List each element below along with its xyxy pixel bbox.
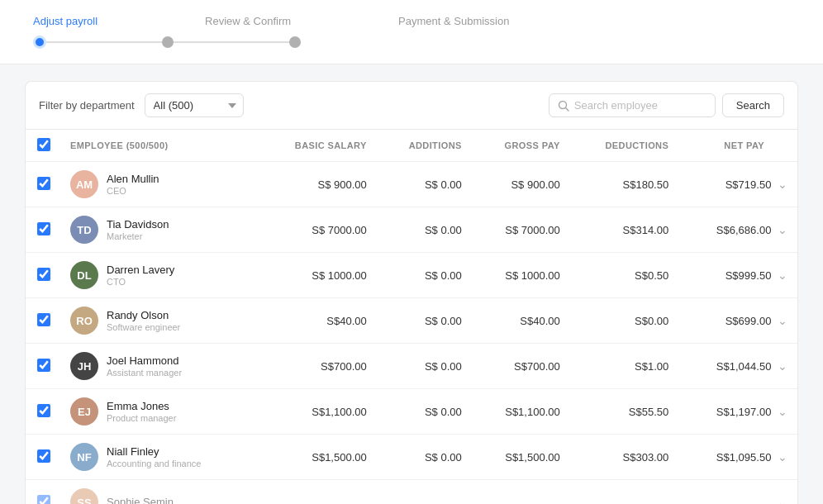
col-gross-pay: GROSS PAY — [472, 130, 570, 162]
search-icon — [558, 100, 569, 112]
employee-role: Assistant manager — [107, 368, 182, 378]
row-expand-button[interactable]: ⌄ — [774, 494, 791, 504]
stepper-track — [33, 36, 790, 64]
filter-right: Search — [549, 93, 784, 117]
row-expand-button[interactable]: ⌄ — [774, 449, 791, 465]
row-expand-button[interactable]: ⌄ — [774, 267, 791, 283]
payroll-table: EMPLOYEE (500/500) BASIC SALARY ADDITION… — [26, 130, 797, 504]
table-body: AM Alen Mullin CEO S$ 900.00 S$ 0.00 S$ … — [26, 162, 797, 505]
additions: S$ 0.00 — [377, 389, 472, 435]
employee-name: Randy Olson — [107, 309, 180, 321]
employee-name: Sophie Semin — [107, 496, 174, 504]
employee-cell: DL Darren Lavery CTO — [60, 253, 257, 298]
stepper-labels: Adjust payroll Review & Confirm Payment … — [33, 15, 790, 27]
avatar: AM — [70, 170, 98, 198]
gross-pay: S$700.00 — [472, 344, 570, 389]
select-all-checkbox[interactable] — [37, 138, 50, 151]
search-input[interactable] — [574, 99, 706, 112]
stepper-area: Adjust payroll Review & Confirm Payment … — [0, 0, 823, 64]
step-dot-3 — [289, 36, 301, 48]
main-content: Filter by department All (500) Engineeri… — [0, 64, 823, 504]
gross-pay: S$ 7000.00 — [472, 207, 570, 253]
net-pay: S$6,686.00 ⌄ — [678, 207, 797, 253]
department-select[interactable]: All (500) Engineering Marketing Finance … — [145, 93, 244, 117]
deductions: ... — [570, 480, 678, 505]
row-expand-button[interactable]: ⌄ — [774, 312, 791, 329]
table-row: NF Niall Finley Accounting and finance S… — [26, 435, 797, 480]
deductions: S$55.50 — [570, 389, 678, 435]
employee-cell: EJ Emma Jones Product manager — [60, 389, 257, 435]
employee-name: Niall Finley — [107, 445, 201, 458]
net-pay: S$1,044.50 ⌄ — [678, 344, 797, 389]
employee-name: Joel Hammond — [107, 354, 182, 367]
employee-role: Product manager — [107, 413, 176, 423]
gross-pay: S$ 1000.00 — [472, 253, 570, 298]
employee-name: Emma Jones — [107, 400, 176, 412]
filter-left: Filter by department All (500) Engineeri… — [39, 93, 244, 117]
employee-name: Darren Lavery — [107, 264, 174, 276]
employee-cell: NF Niall Finley Accounting and finance — [60, 435, 257, 480]
row-checkbox[interactable] — [37, 495, 50, 505]
filter-bar: Filter by department All (500) Engineeri… — [25, 81, 798, 129]
gross-pay: S$40.00 — [472, 298, 570, 344]
avatar: RO — [70, 307, 98, 335]
net-pay: ... ⌄ — [678, 480, 797, 505]
employee-cell: JH Joel Hammond Assistant manager — [60, 344, 257, 389]
table-row: SS Sophie Semin ... ... ... ... ... ⌄ — [26, 480, 797, 505]
row-expand-button[interactable]: ⌄ — [774, 403, 791, 420]
col-net-pay: NET PAY — [678, 130, 797, 162]
avatar: EJ — [70, 397, 98, 426]
row-expand-button[interactable]: ⌄ — [774, 176, 791, 193]
row-checkbox[interactable] — [37, 268, 50, 281]
deductions: S$180.50 — [570, 162, 678, 207]
employee-cell: SS Sophie Semin — [60, 480, 257, 505]
search-box — [549, 93, 716, 117]
deductions: S$303.00 — [570, 435, 678, 480]
basic-salary: S$1,100.00 — [257, 389, 377, 435]
deductions: S$314.00 — [570, 207, 678, 253]
table-row: TD Tia Davidson Marketer S$ 7000.00 S$ 0… — [26, 207, 797, 253]
table-row: JH Joel Hammond Assistant manager S$700.… — [26, 344, 797, 389]
additions: S$ 0.00 — [377, 435, 472, 480]
table-row: EJ Emma Jones Product manager S$1,100.00… — [26, 389, 797, 435]
gross-pay: S$1,100.00 — [472, 389, 570, 435]
avatar: DL — [70, 261, 98, 289]
row-expand-button[interactable]: ⌄ — [774, 221, 791, 238]
col-additions: ADDITIONS — [377, 130, 472, 162]
basic-salary: ... — [257, 480, 377, 505]
employee-role: CTO — [107, 277, 174, 287]
employee-name: Alen Mullin — [107, 173, 159, 185]
net-pay: S$719.50 ⌄ — [678, 162, 797, 207]
net-pay: S$699.00 ⌄ — [678, 298, 797, 344]
row-checkbox[interactable] — [37, 222, 50, 235]
row-checkbox[interactable] — [37, 359, 50, 372]
step-label-2: Review & Confirm — [205, 15, 291, 27]
row-checkbox[interactable] — [37, 177, 50, 190]
step-line-1 — [46, 41, 162, 43]
deductions: S$0.00 — [570, 298, 678, 344]
step-dot-1 — [33, 36, 46, 49]
row-checkbox[interactable] — [37, 313, 50, 326]
basic-salary: S$ 7000.00 — [257, 207, 377, 253]
step-label-1: Adjust payroll — [33, 15, 98, 27]
employee-role: Marketer — [107, 231, 169, 241]
additions: S$ 0.00 — [377, 253, 472, 298]
row-checkbox[interactable] — [37, 449, 50, 463]
employee-cell: AM Alen Mullin CEO — [60, 162, 257, 207]
basic-salary: S$40.00 — [257, 298, 377, 344]
net-pay: S$1,197.00 ⌄ — [678, 389, 797, 435]
table-row: DL Darren Lavery CTO S$ 1000.00 S$ 0.00 … — [26, 253, 797, 298]
row-expand-button[interactable]: ⌄ — [774, 358, 791, 374]
deductions: S$1.00 — [570, 344, 678, 389]
search-button[interactable]: Search — [722, 93, 784, 117]
avatar: JH — [70, 352, 98, 380]
employee-cell: TD Tia Davidson Marketer — [60, 207, 257, 253]
row-checkbox[interactable] — [37, 404, 50, 417]
basic-salary: S$1,500.00 — [257, 435, 377, 480]
col-basic-salary: BASIC SALARY — [257, 130, 377, 162]
basic-salary: S$ 900.00 — [257, 162, 377, 207]
gross-pay: S$ 900.00 — [472, 162, 570, 207]
basic-salary: S$700.00 — [257, 344, 377, 389]
employee-cell: RO Randy Olson Software engineer — [60, 298, 257, 344]
net-pay: S$999.50 ⌄ — [678, 253, 797, 298]
